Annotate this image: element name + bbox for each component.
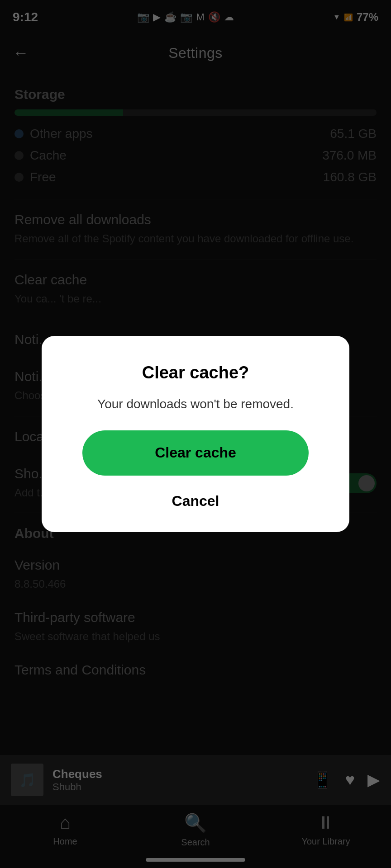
modal-clear-button[interactable]: Clear cache bbox=[82, 430, 309, 476]
modal-cancel-button[interactable]: Cancel bbox=[154, 488, 238, 514]
modal-title: Clear cache? bbox=[142, 363, 249, 382]
modal-overlay: Clear cache? Your downloads won't be rem… bbox=[0, 0, 391, 868]
modal-message: Your downloads won't be removed. bbox=[90, 395, 301, 413]
clear-cache-modal: Clear cache? Your downloads won't be rem… bbox=[42, 336, 349, 532]
